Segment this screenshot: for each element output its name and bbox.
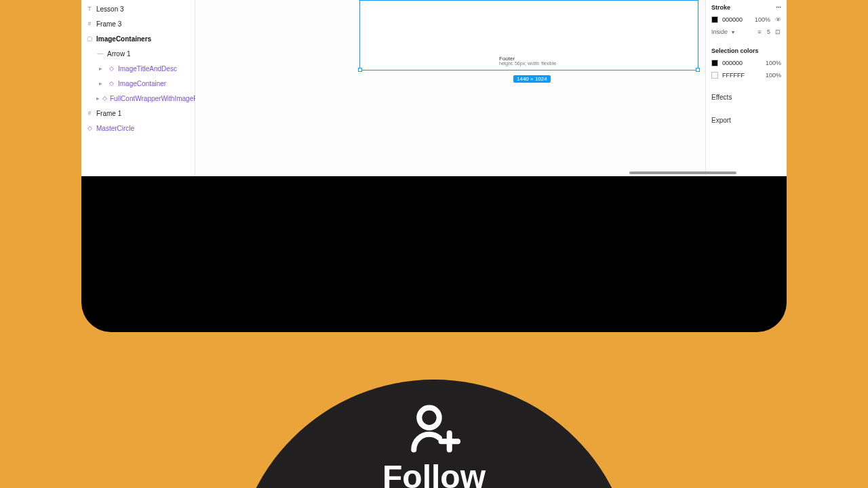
component-icon: ◇ bbox=[107, 79, 115, 87]
layer-image-containers[interactable]: ▢ ImageContainers bbox=[81, 31, 195, 46]
stroke-opacity[interactable]: 100% bbox=[755, 16, 770, 23]
selection-color-1-opacity[interactable]: 100% bbox=[766, 60, 781, 66]
more-icon[interactable]: ··· bbox=[776, 4, 781, 11]
layer-label: Lesson 3 bbox=[96, 5, 124, 13]
footer-sublabel: height: 56px; width: flexible bbox=[499, 61, 556, 66]
layer-label: ImageContainers bbox=[96, 35, 151, 43]
chevron-right-icon: ▸ bbox=[96, 94, 100, 102]
export-section[interactable]: Export bbox=[711, 117, 781, 127]
layer-image-title-and-desc[interactable]: ▸ ◇ ImageTitleAndDesc bbox=[81, 61, 195, 76]
horizontal-scrollbar[interactable] bbox=[629, 171, 736, 174]
layer-lesson-3[interactable]: T Lesson 3 bbox=[81, 1, 195, 16]
color-swatch-black[interactable] bbox=[711, 60, 718, 66]
frame-icon: # bbox=[85, 109, 94, 117]
layer-master-circle[interactable]: ◇ MasterCircle bbox=[81, 121, 195, 136]
color-swatch-black[interactable] bbox=[711, 16, 718, 23]
selection-color-1-value[interactable]: 000000 bbox=[722, 60, 743, 66]
resize-handle-bl[interactable] bbox=[358, 68, 362, 72]
stroke-position[interactable]: Inside bbox=[711, 28, 728, 35]
text-icon: T bbox=[85, 5, 94, 13]
design-panel: Stroke ··· 000000 100% 👁 Inside ▾ ≡ 5 ⊡ bbox=[705, 0, 787, 176]
stroke-side-icon[interactable]: ⊡ bbox=[774, 28, 781, 35]
color-swatch-white[interactable] bbox=[711, 72, 718, 79]
effects-section[interactable]: Effects bbox=[711, 94, 781, 104]
layer-image-container[interactable]: ▸ ◇ ImageContainer bbox=[81, 76, 195, 91]
layer-full-cont-wrapper[interactable]: ▸ ◇ FullContWrapperWithImagePlusTitle bbox=[81, 91, 195, 106]
chevron-right-icon: ▸ bbox=[96, 79, 104, 87]
selection-color-2-opacity[interactable]: 100% bbox=[766, 72, 781, 79]
component-icon: ◇ bbox=[85, 124, 94, 132]
selection-dimensions: 1440 × 1024 bbox=[513, 75, 551, 83]
canvas[interactable]: Footer height: 56px; width: flexible 144… bbox=[195, 0, 705, 176]
group-icon: ▢ bbox=[85, 35, 94, 43]
follow-label: Follow bbox=[382, 458, 486, 488]
layers-panel: T Lesson 3 # Frame 3 ▢ ImageContainers —… bbox=[81, 0, 195, 176]
layer-label: Frame 3 bbox=[96, 20, 121, 28]
layer-frame-1[interactable]: # Frame 1 bbox=[81, 106, 195, 121]
selection-colors-title: Selection colors bbox=[711, 47, 759, 54]
selection-color-2[interactable]: FFFFFF 100% bbox=[711, 69, 781, 81]
stroke-width[interactable]: 5 bbox=[767, 28, 770, 35]
chevron-right-icon: ▸ bbox=[96, 64, 104, 73]
selection-color-2-value[interactable]: FFFFFF bbox=[722, 72, 745, 79]
stroke-settings-row[interactable]: Inside ▾ ≡ 5 ⊡ bbox=[711, 26, 781, 38]
layer-arrow-1[interactable]: — Arrow 1 bbox=[81, 46, 195, 61]
app-screenshot: T Lesson 3 # Frame 3 ▢ ImageContainers —… bbox=[81, 0, 787, 176]
stroke-weight-icon: ≡ bbox=[756, 28, 763, 35]
svg-point-0 bbox=[419, 408, 439, 428]
layer-label: Arrow 1 bbox=[107, 50, 130, 58]
add-user-icon bbox=[406, 400, 462, 457]
layer-label: ImageContainer bbox=[118, 80, 166, 87]
chevron-down-icon[interactable]: ▾ bbox=[732, 29, 734, 35]
stroke-color-row[interactable]: 000000 100% 👁 bbox=[711, 14, 781, 26]
stroke-color-value[interactable]: 000000 bbox=[722, 16, 743, 23]
device-frame: T Lesson 3 # Frame 3 ▢ ImageContainers —… bbox=[81, 0, 787, 332]
layer-label: MasterCircle bbox=[96, 125, 134, 132]
component-icon: ◇ bbox=[102, 94, 107, 102]
frame-icon: # bbox=[85, 20, 94, 28]
resize-handle-br[interactable] bbox=[696, 68, 700, 72]
visibility-icon[interactable]: 👁 bbox=[774, 16, 781, 23]
layer-frame-3[interactable]: # Frame 3 bbox=[81, 16, 195, 31]
layer-label: ImageTitleAndDesc bbox=[118, 65, 177, 73]
layer-label: Frame 1 bbox=[96, 110, 121, 117]
selection-color-1[interactable]: 000000 100% bbox=[711, 57, 781, 69]
component-icon: ◇ bbox=[107, 64, 115, 73]
stroke-section-title: Stroke bbox=[711, 4, 730, 11]
follow-badge[interactable]: Follow bbox=[234, 380, 634, 488]
selected-frame[interactable] bbox=[359, 0, 698, 70]
line-icon: — bbox=[96, 49, 104, 58]
